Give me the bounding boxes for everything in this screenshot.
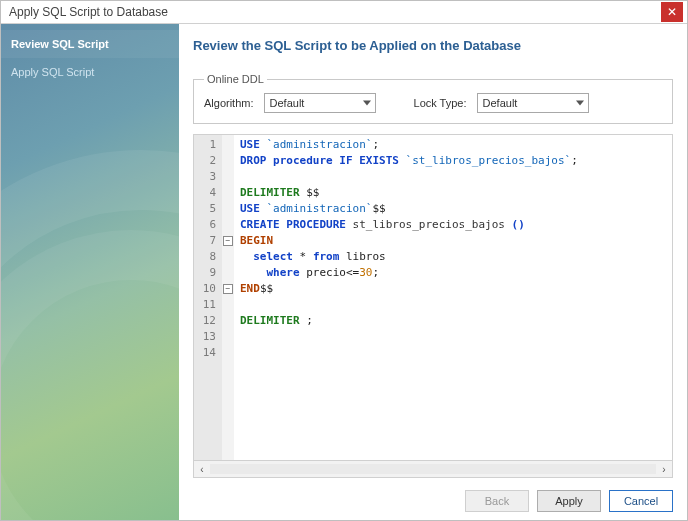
line-number: 9: [198, 265, 216, 281]
line-number: 6: [198, 217, 216, 233]
cancel-button[interactable]: Cancel: [609, 490, 673, 512]
line-number: 13: [198, 329, 216, 345]
scroll-right-icon[interactable]: ›: [656, 464, 672, 475]
fold-marker: [222, 169, 234, 185]
line-number: 11: [198, 297, 216, 313]
code-line: where precio<=30;: [240, 265, 666, 281]
sidebar-item-apply-sql-script[interactable]: Apply SQL Script: [1, 58, 179, 86]
line-number: 8: [198, 249, 216, 265]
fold-marker: [222, 185, 234, 201]
line-number: 1: [198, 137, 216, 153]
fold-marker: [222, 137, 234, 153]
sql-editor-wrap: 1234567891011121314 −− USE `administraci…: [193, 134, 673, 478]
fold-marker: [222, 265, 234, 281]
sidebar-item-review-sql-script[interactable]: Review SQL Script: [1, 30, 179, 58]
online-ddl-group: Online DDL Algorithm: Default Lock Type:…: [193, 73, 673, 124]
code-line: CREATE PROCEDURE st_libros_precios_bajos…: [240, 217, 666, 233]
code-line: BEGIN: [240, 233, 666, 249]
line-number: 3: [198, 169, 216, 185]
code-line: USE `administracion`;: [240, 137, 666, 153]
fold-marker: [222, 249, 234, 265]
fold-marker[interactable]: −: [222, 281, 234, 297]
code-line: [240, 169, 666, 185]
fold-marker: [222, 313, 234, 329]
ddl-row: Algorithm: Default Lock Type: Default: [204, 93, 662, 113]
fold-marker: [222, 329, 234, 345]
fold-gutter: −−: [222, 135, 234, 460]
apply-button[interactable]: Apply: [537, 490, 601, 512]
fold-marker: [222, 217, 234, 233]
line-number: 14: [198, 345, 216, 361]
fold-marker: [222, 153, 234, 169]
main-panel: Review the SQL Script to be Applied on t…: [179, 24, 687, 520]
locktype-label: Lock Type:: [414, 97, 467, 109]
dialog-window: Apply SQL Script to Database ✕ Review SQ…: [0, 0, 688, 521]
wizard-sidebar: Review SQL Script Apply SQL Script: [1, 24, 179, 520]
algorithm-value: Default: [270, 97, 305, 109]
code-line: [240, 297, 666, 313]
fold-marker: [222, 297, 234, 313]
line-number: 2: [198, 153, 216, 169]
locktype-select[interactable]: Default: [477, 93, 589, 113]
scroll-track[interactable]: [210, 464, 656, 474]
line-number: 12: [198, 313, 216, 329]
line-number: 4: [198, 185, 216, 201]
page-title: Review the SQL Script to be Applied on t…: [193, 38, 673, 53]
chevron-down-icon: [363, 101, 371, 106]
fold-marker: [222, 345, 234, 361]
code-area[interactable]: USE `administracion`;DROP procedure IF E…: [234, 135, 672, 460]
line-gutter: 1234567891011121314: [194, 135, 222, 460]
dialog-body: Review SQL Script Apply SQL Script Revie…: [1, 24, 687, 520]
algorithm-label: Algorithm:: [204, 97, 254, 109]
scroll-left-icon[interactable]: ‹: [194, 464, 210, 475]
line-number: 5: [198, 201, 216, 217]
code-line: DROP procedure IF EXISTS `st_libros_prec…: [240, 153, 666, 169]
sidebar-item-label: Apply SQL Script: [11, 66, 94, 78]
code-line: [240, 345, 666, 361]
code-line: [240, 329, 666, 345]
sidebar-item-label: Review SQL Script: [11, 38, 109, 50]
online-ddl-legend: Online DDL: [204, 73, 267, 85]
chevron-down-icon: [576, 101, 584, 106]
line-number: 7: [198, 233, 216, 249]
window-title: Apply SQL Script to Database: [5, 5, 661, 19]
sql-editor[interactable]: 1234567891011121314 −− USE `administraci…: [193, 134, 673, 461]
algorithm-select[interactable]: Default: [264, 93, 376, 113]
back-button: Back: [465, 490, 529, 512]
code-line: DELIMITER $$: [240, 185, 666, 201]
fold-marker[interactable]: −: [222, 233, 234, 249]
locktype-value: Default: [483, 97, 518, 109]
code-line: USE `administracion`$$: [240, 201, 666, 217]
code-line: DELIMITER ;: [240, 313, 666, 329]
fold-marker: [222, 201, 234, 217]
code-line: END$$: [240, 281, 666, 297]
code-line: select * from libros: [240, 249, 666, 265]
titlebar: Apply SQL Script to Database ✕: [1, 1, 687, 24]
horizontal-scrollbar[interactable]: ‹ ›: [193, 461, 673, 478]
close-icon[interactable]: ✕: [661, 2, 683, 22]
dialog-footer: Back Apply Cancel: [193, 478, 673, 512]
line-number: 10: [198, 281, 216, 297]
